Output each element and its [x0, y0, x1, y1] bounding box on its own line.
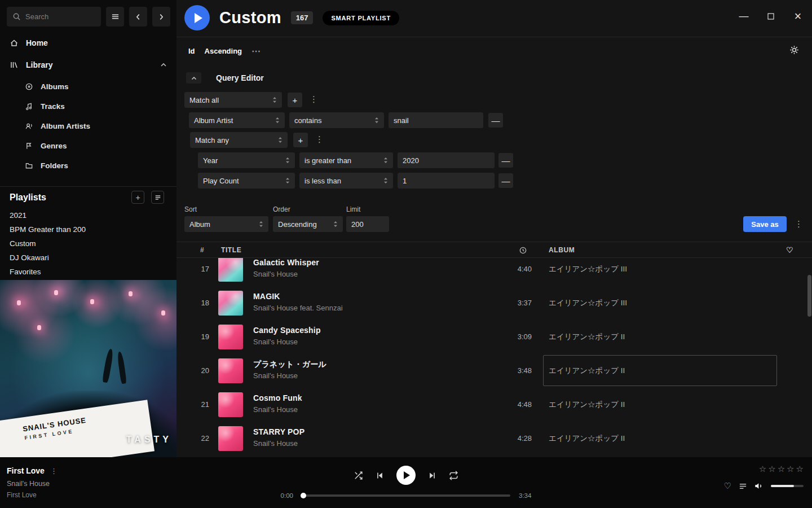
add-playlist-button[interactable]: +: [131, 191, 144, 204]
sidebar-item-home[interactable]: Home: [0, 34, 176, 52]
query-editor-collapse-button[interactable]: [186, 72, 201, 84]
search-box[interactable]: [7, 7, 101, 27]
settings-button[interactable]: [789, 45, 799, 56]
save-as-button[interactable]: Save as: [743, 216, 787, 232]
column-album[interactable]: ALBUM: [549, 242, 575, 258]
favorite-button[interactable]: ♡: [724, 481, 731, 491]
order-label: Order: [273, 205, 290, 213]
next-button[interactable]: [428, 471, 436, 480]
star-icon[interactable]: ☆: [759, 464, 766, 474]
rule2-remove-button[interactable]: —: [498, 153, 513, 168]
track-number: 18: [188, 286, 209, 320]
star-icon[interactable]: ☆: [778, 464, 785, 474]
play-pause-button[interactable]: [396, 466, 416, 485]
playlist-item-favorites[interactable]: Favorites: [0, 265, 176, 279]
track-artist: Snail's House: [253, 405, 298, 414]
shuffle-button[interactable]: [354, 471, 363, 480]
page-title: Custom: [219, 8, 281, 27]
search-icon: [12, 12, 21, 21]
track-artwork: [218, 426, 243, 451]
select-caret-icon: [383, 157, 388, 164]
track-artist: Snail's House feat. Sennzai: [253, 304, 343, 312]
close-button[interactable]: ×: [793, 11, 803, 21]
nav-forward-button[interactable]: [152, 7, 170, 27]
group2-menu-button[interactable]: ⋮: [315, 134, 324, 144]
track-number: 21: [188, 388, 209, 422]
star-icon[interactable]: ☆: [787, 464, 794, 474]
group1-menu-button[interactable]: ⋮: [310, 94, 318, 104]
repeat-button[interactable]: [449, 471, 458, 480]
track-album: エイリアン☆ポップ II: [549, 320, 625, 354]
sidebar-item-genres[interactable]: Genres: [0, 136, 176, 155]
maximize-button[interactable]: [766, 11, 776, 21]
playlist-item-dj-okawari[interactable]: DJ Okawari: [0, 251, 176, 265]
rule3-remove-button[interactable]: —: [498, 173, 513, 188]
rule2-field-select[interactable]: Year: [198, 152, 295, 168]
rule3-value-input[interactable]: [398, 173, 495, 189]
sidebar-item-tracks[interactable]: Tracks: [0, 97, 176, 116]
now-playing-menu-button[interactable]: ⋮: [50, 467, 58, 475]
now-playing-artwork[interactable]: SNAIL'S HOUSE FIRST LOVE TASTY: [0, 280, 176, 457]
rule3-field-select[interactable]: Play Count: [198, 173, 295, 189]
toolbar-more-button[interactable]: ⋯: [251, 46, 261, 56]
rule1-remove-button[interactable]: —: [488, 113, 503, 128]
minus-icon: —: [492, 116, 500, 125]
playlist-item-bpm[interactable]: BPM Greater than 200: [0, 222, 176, 237]
sidebar-item-library[interactable]: Library: [0, 56, 176, 74]
header-divider: [176, 37, 812, 37]
nav-back-button[interactable]: [129, 7, 147, 27]
star-icon[interactable]: ☆: [768, 464, 775, 474]
rule3-operator-select[interactable]: is less than: [299, 173, 393, 189]
select-caret-icon: [272, 97, 277, 103]
playlist-item-2021[interactable]: 2021: [0, 208, 176, 222]
scrollbar-thumb[interactable]: [807, 275, 811, 317]
track-row-21[interactable]: 21 Cosmo Funk Snail's House 4:48 エイリアン☆ポ…: [176, 388, 812, 422]
home-icon: [10, 38, 19, 47]
match-all-select[interactable]: Match all: [184, 92, 282, 108]
rule1-value-input[interactable]: [389, 112, 483, 128]
albums-label: Albums: [41, 82, 69, 91]
rule2-operator-select[interactable]: is greater than: [299, 152, 393, 168]
add-rule-button-group2[interactable]: +: [293, 133, 308, 147]
order-select[interactable]: Descending: [273, 216, 343, 232]
chevron-up-icon: [191, 76, 197, 80]
sidebar-item-album-artists[interactable]: Album Artists: [0, 116, 176, 135]
limit-input[interactable]: [346, 216, 389, 232]
sidebar-item-albums[interactable]: Albums: [0, 77, 176, 96]
volume-button[interactable]: [754, 481, 764, 491]
lantern-glow: [17, 300, 21, 305]
track-row-22[interactable]: 22 STARRY POP Snail's House 4:28 エイリアン☆ポ…: [176, 422, 812, 456]
track-row-17[interactable]: 17 Galactic Whisper Snail's House 4:40 エ…: [176, 258, 812, 286]
star-icon[interactable]: ☆: [796, 464, 804, 474]
queue-button[interactable]: [739, 482, 747, 491]
sidebar-item-folders[interactable]: Folders: [0, 156, 176, 175]
track-row-18[interactable]: 18 MAGIK Snail's House feat. Sennzai 3:3…: [176, 286, 812, 320]
rule2-value-input[interactable]: [398, 152, 495, 168]
add-rule-button-group1[interactable]: +: [288, 93, 302, 107]
playlist-list-button[interactable]: [151, 191, 164, 204]
rule1-field-select[interactable]: Album Artist: [189, 112, 285, 128]
menu-button[interactable]: [106, 7, 124, 27]
duration-column-clock-icon[interactable]: [519, 242, 527, 258]
playlist-item-custom[interactable]: Custom: [0, 237, 176, 251]
rule1-operator-select[interactable]: contains: [289, 112, 384, 128]
sort-field-button[interactable]: Id: [188, 47, 195, 55]
sort-select[interactable]: Album: [184, 216, 268, 232]
progress-handle[interactable]: [301, 493, 306, 498]
volume-slider[interactable]: [771, 485, 804, 487]
track-row-19[interactable]: 19 Candy Spaceship Snail's House 3:09 エイ…: [176, 320, 812, 354]
favorite-column-heart-icon[interactable]: ♡: [786, 242, 793, 258]
save-menu-button[interactable]: ⋮: [795, 219, 803, 229]
progress-bar[interactable]: [302, 494, 510, 497]
search-input[interactable]: [25, 12, 95, 21]
minimize-button[interactable]: —: [739, 11, 749, 21]
sort-order-button[interactable]: Ascending: [205, 47, 242, 55]
folder-icon: [25, 161, 33, 170]
previous-button[interactable]: [376, 471, 384, 480]
play-playlist-button[interactable]: [184, 5, 210, 30]
track-row-20[interactable]: 20 プラネット・ガール Snail's House 3:48 エイリアン☆ポッ…: [176, 354, 812, 388]
genres-label: Genres: [41, 142, 67, 150]
column-title[interactable]: TITLE: [221, 242, 241, 258]
match-any-select[interactable]: Match any: [190, 132, 288, 148]
column-number[interactable]: #: [200, 242, 204, 258]
